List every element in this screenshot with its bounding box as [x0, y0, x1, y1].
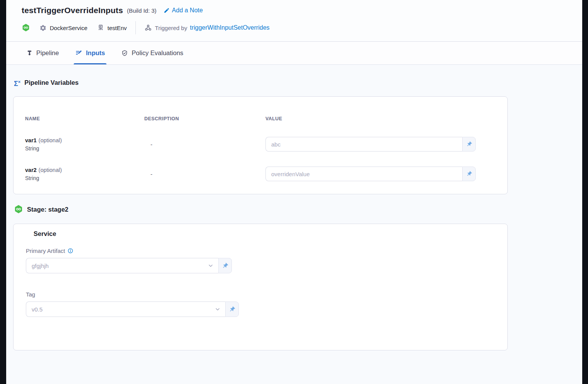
- var-description: -: [144, 141, 265, 148]
- pin-button[interactable]: [462, 167, 476, 181]
- trigger-link[interactable]: triggerWithInputSetOverrides: [190, 24, 269, 31]
- triggered-by-label: Triggered by: [155, 25, 188, 31]
- meta-row: DockerService testEnv Trigger: [22, 22, 582, 33]
- var-type: String: [25, 175, 144, 181]
- table-row: var2(optional) String -: [25, 167, 496, 181]
- chevron-down-icon: [215, 306, 221, 312]
- title-row: testTriggerOverrideInputs (Build Id: 3) …: [22, 5, 582, 16]
- pin-button[interactable]: [462, 137, 476, 152]
- cd-stage-icon: [22, 24, 30, 32]
- tab-bar: Pipeline Inputs Policy Evaluations: [6, 42, 582, 65]
- pin-icon: [466, 141, 472, 147]
- execution-header: testTriggerOverrideInputs (Build Id: 3) …: [6, 0, 582, 42]
- var-qualifier: (optional): [39, 167, 62, 173]
- pipeline-variables-card: NAME DESCRIPTION VALUE var1(optional) St…: [13, 96, 508, 194]
- tab-pipeline[interactable]: Pipeline: [25, 42, 61, 64]
- trigger-icon: [144, 24, 152, 32]
- table-header-row: NAME DESCRIPTION VALUE: [25, 116, 496, 121]
- tag-label-row: Tag: [26, 291, 496, 298]
- section-title: Pipeline Variables: [24, 79, 78, 86]
- table-row: var1(optional) String -: [25, 137, 496, 152]
- service-section-title: Service: [34, 230, 496, 237]
- stage-header: Stage: stage2: [14, 205, 582, 214]
- divider: [135, 21, 136, 34]
- column-header-name: NAME: [25, 116, 144, 121]
- pipeline-icon: [26, 50, 33, 56]
- app-frame: testTriggerOverrideInputs (Build Id: 3) …: [6, 0, 582, 384]
- tab-label: Inputs: [86, 49, 105, 57]
- cd-stage-icon: [14, 205, 23, 214]
- primary-artifact-value: gfgjhjh: [32, 263, 49, 269]
- var-value-input[interactable]: [265, 137, 462, 152]
- pipeline-variables-header: Σ× Pipeline Variables: [14, 78, 582, 87]
- shield-check-icon: [121, 50, 128, 57]
- environment-name: testEnv: [108, 25, 127, 31]
- primary-artifact-select[interactable]: gfgjhjh: [26, 258, 218, 273]
- add-note-label: Add a Note: [172, 7, 203, 14]
- chevron-down-icon: [208, 263, 214, 269]
- build-id: (Build Id: 3): [127, 7, 157, 14]
- var-name-cell: var2(optional) String: [25, 167, 144, 181]
- var-value-cell: [265, 167, 476, 181]
- pin-icon: [229, 306, 235, 313]
- var-name-cell: var1(optional) String: [25, 137, 144, 152]
- tag-field: v0.5: [26, 301, 496, 317]
- primary-artifact-label-row: Primary Artifact: [26, 248, 496, 254]
- variables-icon: Σ×: [14, 78, 20, 87]
- service-card: Service Primary Artifact gfgjhjh: [13, 224, 508, 350]
- var-description: -: [144, 171, 265, 177]
- add-note-link[interactable]: Add a Note: [164, 7, 203, 14]
- var-value-input[interactable]: [265, 167, 462, 181]
- gear-icon: [39, 24, 47, 32]
- stage-title: Stage: stage2: [27, 206, 68, 213]
- info-icon[interactable]: [68, 248, 73, 254]
- pin-icon: [466, 171, 472, 177]
- var-value-cell: [265, 137, 476, 152]
- var-name: var2: [25, 167, 37, 173]
- pin-icon: [222, 263, 228, 269]
- tab-policy-evaluations[interactable]: Policy Evaluations: [120, 42, 185, 64]
- pin-button[interactable]: [218, 258, 232, 273]
- environment-icon: [97, 24, 105, 32]
- var-qualifier: (optional): [39, 137, 62, 143]
- inputs-icon: [75, 49, 83, 57]
- service-name: DockerService: [50, 25, 88, 31]
- primary-artifact-field: gfgjhjh: [26, 258, 496, 273]
- var-name: var1: [25, 137, 37, 143]
- tag-select[interactable]: v0.5: [26, 301, 225, 317]
- page-title: testTriggerOverrideInputs: [22, 6, 123, 15]
- pencil-icon: [164, 7, 170, 13]
- tag-value: v0.5: [32, 306, 42, 313]
- pin-button[interactable]: [225, 301, 239, 317]
- primary-artifact-label: Primary Artifact: [26, 248, 65, 254]
- tab-label: Policy Evaluations: [132, 49, 183, 57]
- tab-inputs[interactable]: Inputs: [74, 42, 107, 64]
- column-header-value: VALUE: [265, 116, 496, 121]
- inputs-tab-content: Σ× Pipeline Variables NAME DESCRIPTION V…: [6, 65, 582, 350]
- tag-label: Tag: [26, 291, 35, 298]
- tab-label: Pipeline: [36, 49, 59, 57]
- column-header-description: DESCRIPTION: [144, 116, 265, 121]
- var-type: String: [25, 145, 144, 152]
